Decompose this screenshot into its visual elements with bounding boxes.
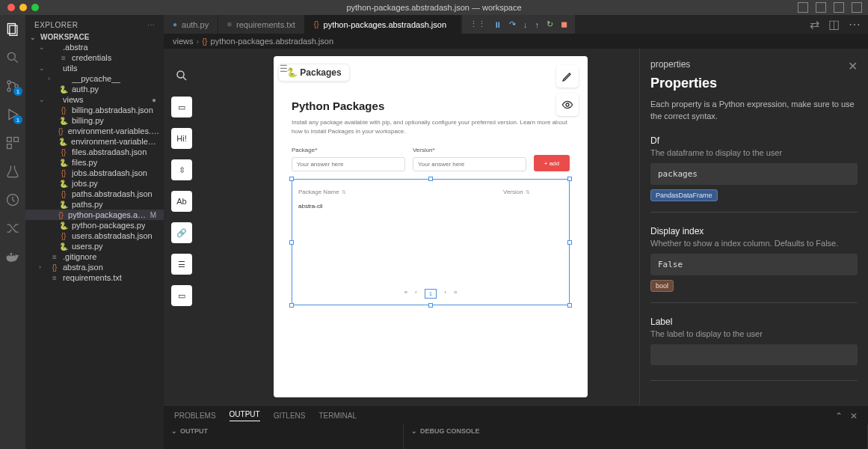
pagination-4[interactable]: »: [454, 289, 457, 299]
window-maximize-button[interactable]: [31, 4, 39, 11]
file-item-python-packages-py[interactable]: 🐍python-packages.py: [25, 220, 164, 230]
widget-palette-item-6[interactable]: ▭: [171, 285, 192, 306]
layout-icon-4[interactable]: [852, 2, 862, 13]
resize-handle[interactable]: [567, 240, 572, 245]
widget-palette-item-0[interactable]: ▭: [171, 97, 192, 117]
file-item-jobs-py[interactable]: 🐍jobs.py: [25, 178, 164, 189]
file-item--gitignore[interactable]: ≡.gitignore: [25, 251, 164, 262]
debug-restart-icon[interactable]: ↻: [547, 19, 553, 29]
debug-pause-icon[interactable]: ⏸: [493, 20, 502, 29]
file-item-users-abstradash-json[interactable]: {}users.abstradash.json: [25, 230, 164, 241]
widget-palette-item-5[interactable]: ☰: [171, 254, 192, 275]
table-widget-selected[interactable]: Package Name⇅ Version⇅ abstra-cli «‹1›»: [292, 179, 570, 305]
file-item-credentials[interactable]: ≡credentials: [25, 52, 164, 63]
preview-mode-button[interactable]: [556, 94, 579, 116]
file-item-requirements-txt[interactable]: ≡requirements.txt: [25, 272, 164, 283]
window-minimize-button[interactable]: [19, 4, 27, 11]
prop-code-input[interactable]: packages: [650, 163, 858, 185]
resize-handle[interactable]: [428, 177, 433, 181]
file-item-files-py[interactable]: 🐍files.py: [25, 157, 164, 168]
source-control-icon[interactable]: 1: [4, 78, 21, 94]
resize-handle[interactable]: [289, 303, 294, 308]
debug-stop-icon[interactable]: ◼: [561, 19, 567, 29]
widget-palette-item-3[interactable]: Ab: [171, 191, 192, 212]
layout-icon-3[interactable]: [834, 2, 844, 13]
table-header-name[interactable]: Package Name⇅: [298, 189, 503, 195]
debug-step-over-icon[interactable]: ↷: [509, 19, 516, 29]
pagination-2[interactable]: 1: [425, 289, 437, 299]
palette-search-icon[interactable]: [171, 65, 192, 86]
resize-handle[interactable]: [428, 303, 433, 308]
widget-palette-item-4[interactable]: 🔗: [171, 222, 192, 243]
panel-close-icon[interactable]: ✕: [850, 411, 858, 421]
resize-handle[interactable]: [567, 177, 572, 181]
breadcrumb[interactable]: views › {} python-packages.abstradash.js…: [164, 34, 868, 49]
file-item-files-abstradash-json[interactable]: {}files.abstradash.json: [25, 147, 164, 157]
output-column-header[interactable]: ⌄OUTPUT: [171, 427, 395, 435]
debug-console-header[interactable]: ⌄DEBUG CONSOLE: [411, 427, 860, 435]
pagination-3[interactable]: ›: [444, 289, 446, 299]
compare-icon[interactable]: ⇄: [810, 17, 819, 31]
split-icon[interactable]: ◫: [828, 17, 840, 31]
file-item-environment-variables-py[interactable]: 🐍environment-variables.py: [25, 136, 164, 147]
window-close-button[interactable]: [7, 4, 15, 11]
terminal-tab-problems[interactable]: PROBLEMS: [174, 412, 216, 420]
terminal-tab-output[interactable]: OUTPUT: [230, 410, 260, 421]
file-item-auth-py[interactable]: 🐍auth.py: [25, 84, 164, 94]
timeline-icon[interactable]: [4, 192, 21, 208]
prop-code-input[interactable]: [650, 344, 858, 365]
add-button[interactable]: + add: [534, 155, 570, 171]
file-item-billing-abstradash-json[interactable]: {}billing.abstradash.json: [25, 105, 164, 115]
table-header-version[interactable]: Version⇅: [503, 189, 563, 195]
file-item--abstra[interactable]: ⌄.abstra: [25, 42, 164, 52]
shuffle-icon[interactable]: [4, 220, 21, 236]
sidebar-more-icon[interactable]: ⋯: [147, 21, 156, 29]
close-icon[interactable]: ✕: [848, 59, 858, 73]
tab-auth-py[interactable]: ●auth.py: [164, 15, 218, 34]
file-type-icon: {}: [57, 127, 65, 135]
file-item-python-packages-abstrad---[interactable]: {}python-packages.abstrad...M: [25, 210, 164, 220]
file-item-environment-variables-abstrad---[interactable]: {}environment-variables.abstrad...: [25, 126, 164, 136]
run-debug-icon[interactable]: 1: [4, 106, 21, 123]
file-item-utils[interactable]: ⌄utils: [25, 63, 164, 73]
resize-handle[interactable]: [567, 303, 572, 308]
resize-handle[interactable]: [289, 240, 294, 245]
workspace-header[interactable]: ⌄ WORKSPACE: [25, 32, 164, 42]
extensions-icon[interactable]: [4, 135, 21, 151]
file-item-views[interactable]: ⌄views●: [25, 94, 164, 105]
version-input[interactable]: [413, 157, 526, 171]
terminal-tab-terminal[interactable]: TERMINAL: [318, 412, 357, 420]
widget-palette-item-2[interactable]: ⇳: [171, 159, 192, 180]
file-item-users-py[interactable]: 🐍users.py: [25, 241, 164, 251]
file-item-billing-py[interactable]: 🐍billing.py: [25, 115, 164, 126]
resize-handle[interactable]: [289, 177, 294, 181]
explorer-icon[interactable]: [4, 21, 21, 37]
file-item-abstra-json[interactable]: ›{}abstra.json: [25, 262, 164, 272]
pagination-1[interactable]: ‹: [415, 289, 417, 299]
pagination-0[interactable]: «: [404, 289, 407, 299]
file-type-icon: {}: [58, 169, 69, 177]
tab-requirements-txt[interactable]: ≡requirements.txt: [218, 15, 305, 34]
debug-step-into-icon[interactable]: ↓: [523, 20, 528, 29]
tab-python-packages-abstradash-json[interactable]: {}python-packages.abstradash.json: [305, 15, 461, 34]
svg-point-4: [7, 81, 10, 84]
widget-palette-item-1[interactable]: Hi!: [171, 128, 192, 149]
testing-icon[interactable]: [4, 163, 21, 180]
file-item-paths-py[interactable]: 🐍paths.py: [25, 199, 164, 210]
layout-icon-2[interactable]: [816, 2, 826, 13]
tab-more-icon[interactable]: ⋯: [849, 17, 861, 31]
debug-grip-icon[interactable]: ⋮⋮: [470, 19, 486, 29]
prop-code-input[interactable]: False: [650, 254, 858, 275]
file-item---pycache--[interactable]: ›__pycache__: [25, 73, 164, 84]
search-icon[interactable]: [4, 49, 21, 66]
file-item-jobs-abstradash-json[interactable]: {}jobs.abstradash.json: [25, 168, 164, 178]
terminal-tab-gitlens[interactable]: GITLENS: [274, 412, 306, 420]
debug-step-out-icon[interactable]: ↑: [535, 20, 540, 29]
package-input[interactable]: [292, 157, 405, 171]
file-item-paths-abstradash-json[interactable]: {}paths.abstradash.json: [25, 189, 164, 199]
edit-mode-button[interactable]: [556, 65, 579, 88]
panel-chevron-icon[interactable]: ⌃: [835, 411, 843, 421]
docker-icon[interactable]: [4, 248, 21, 265]
layout-icon-1[interactable]: [798, 2, 808, 13]
canvas-menu-icon[interactable]: ☰: [280, 64, 288, 74]
